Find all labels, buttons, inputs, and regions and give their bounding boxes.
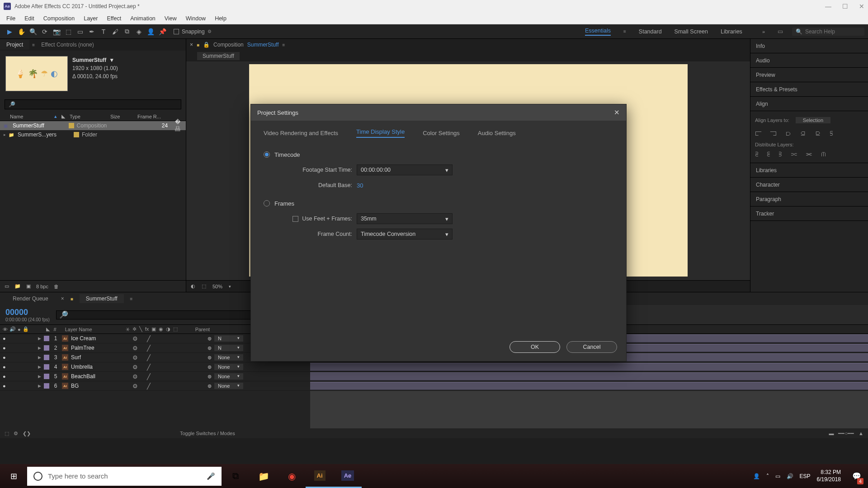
dist-2-icon[interactable]: ⫕ [767,150,770,158]
clone-tool-icon[interactable]: ⧉ [121,26,133,38]
visibility-toggle-icon[interactable]: ● [3,336,8,341]
tab-effect-controls[interactable]: Effect Controls (none) [35,40,100,50]
col-layer-name[interactable]: Layer Name [61,327,124,332]
use-feet-frames-checkbox[interactable] [292,216,298,222]
flowchart-icon[interactable]: �品 [175,119,186,133]
label-color-icon[interactable] [44,345,49,351]
zoom-tool-icon[interactable]: 🔍 [27,26,39,38]
col-type[interactable]: Type [70,114,110,119]
snapping-options-icon[interactable]: ⚙ [208,29,212,34]
switch-icon[interactable]: ⚙ [132,345,138,352]
visibility-toggle-icon[interactable]: ● [3,383,8,389]
pickwhip-icon[interactable]: ⊚ [208,364,212,370]
taskbar-search-input[interactable]: Type here to search 🎤 [27,467,222,486]
label-color-icon[interactable] [74,132,79,137]
camera-tool-icon[interactable]: 📷 [51,26,62,38]
expand-layer-icon[interactable]: ▶ [38,336,41,341]
pickwhip-icon[interactable]: ⊚ [208,355,212,361]
clock[interactable]: 8:32 PM 6/19/2018 [817,469,841,483]
sort-icon[interactable]: ▴ [54,113,57,119]
switch-icon[interactable]: ╱ [147,373,151,380]
frame-count-dropdown[interactable]: Timecode Conversion▾ [357,229,453,239]
menu-window[interactable]: Window [181,14,210,23]
panel-menu-icon[interactable]: ≡ [283,42,285,47]
align-vcenter-icon[interactable]: ⫒ [815,129,821,137]
align-bottom-icon[interactable]: ⫓ [830,129,833,137]
new-folder-icon[interactable]: 📁 [14,283,21,289]
layer-bar[interactable] [310,372,868,380]
align-left-icon[interactable]: ⫍ [755,129,762,137]
panel-libraries[interactable]: Libraries [750,163,868,178]
timeline-layer-row[interactable]: ● ▶ 5 Ai BeachBall ⚙╱ ⊚None▾ [0,372,868,381]
comp-dropdown-icon[interactable]: ▼ [109,56,114,64]
align-hcenter-icon[interactable]: ⫎ [770,129,777,137]
tab-time-display[interactable]: Time Display Style [356,128,405,138]
parent-dropdown[interactable]: None▾ [214,373,243,380]
timeline-layer-row[interactable]: ● ▶ 4 Ai Umbrella ⚙╱ ⊚None▾ [0,362,868,372]
timeline-layer-row[interactable]: ● ▶ 6 Ai BG ⚙╱ ⊚None▾ [0,381,868,391]
interpret-footage-icon[interactable]: ▭ [5,283,9,289]
workspace-small-screen[interactable]: Small Screen [675,28,708,35]
layer-name[interactable]: Ice Cream [71,335,130,342]
menu-view[interactable]: View [160,14,181,23]
label-col-icon[interactable]: ◣ [61,113,65,119]
start-button[interactable]: ⊞ [0,464,27,488]
new-comp-icon[interactable]: ▣ [26,283,31,289]
illustrator-icon[interactable]: Ai [306,464,334,488]
motion-blur-icon[interactable]: ❮❯ [23,431,31,436]
comp-tab-name[interactable]: SummerStuff [247,42,279,48]
layer-name[interactable]: PalmTree [71,345,130,351]
type-tool-icon[interactable]: T [98,26,109,38]
panel-character[interactable]: Character [750,178,868,192]
panel-effects-presets[interactable]: Effects & Presets [750,82,868,97]
switch-icon[interactable]: ⚙ [132,383,138,389]
file-explorer-icon[interactable]: 📁 [250,464,278,488]
eraser-tool-icon[interactable]: ◈ [133,26,145,38]
frames-radio[interactable] [264,200,270,206]
expand-layer-icon[interactable]: ▶ [38,384,41,388]
visibility-toggle-icon[interactable]: ● [3,364,8,370]
brush-tool-icon[interactable]: 🖌 [109,26,121,38]
zoom-slider[interactable]: ━━○━━ [838,431,854,436]
color-depth[interactable]: 8 bpc [36,284,48,289]
dist-6-icon[interactable]: ⫙ [820,150,827,158]
menu-edit[interactable]: Edit [20,14,39,23]
switch-icon[interactable]: ⚙ [132,354,138,361]
zoom-out-icon[interactable]: ▬ [829,431,834,436]
expand-layer-icon[interactable]: ▶ [38,346,41,350]
roto-tool-icon[interactable]: 👤 [145,26,156,38]
panel-menu-icon[interactable]: ≡ [130,296,133,301]
parent-dropdown[interactable]: N▾ [214,345,243,351]
layer-name[interactable]: Umbrella [71,364,130,370]
menu-animation[interactable]: Animation [126,14,160,23]
parent-dropdown[interactable]: None▾ [214,354,243,361]
search-help-input[interactable]: 🔍 Search Help [792,28,864,36]
workspace-reset-icon[interactable]: ▭ [778,28,783,35]
menu-composition[interactable]: Composition [39,14,79,23]
visibility-toggle-icon[interactable]: ● [3,374,8,379]
frame-blend-icon[interactable]: ⚙ [14,431,18,436]
layer-name[interactable]: BeachBall [71,373,130,380]
parent-dropdown[interactable]: N▾ [214,335,243,342]
trash-icon[interactable]: 🗑 [54,284,59,289]
switch-icon[interactable]: ⚙ [132,335,138,342]
switch-icon[interactable]: ⚙ [132,373,138,380]
label-col-icon[interactable]: ◣ [46,326,50,332]
pickwhip-icon[interactable]: ⊚ [208,336,212,342]
dist-1-icon[interactable]: ⫔ [755,150,759,158]
hand-tool-icon[interactable]: ✋ [15,26,27,38]
timecode-radio[interactable] [264,151,270,158]
switch-icon[interactable]: ⚙ [132,364,138,371]
layer-name[interactable]: Surf [71,354,130,361]
mic-icon[interactable]: 🎤 [207,472,215,480]
comp-breadcrumb[interactable]: SummerStuff [197,52,240,60]
label-color-icon[interactable] [44,374,49,379]
project-item[interactable]: ▸ 📁 SummerS...yers Folder [0,130,186,139]
label-color-icon[interactable] [69,123,74,128]
col-parent[interactable]: Parent [195,327,227,332]
dist-3-icon[interactable]: ⫖ [778,150,782,158]
expand-layer-icon[interactable]: ▶ [38,374,41,379]
tab-render-queue[interactable]: Render Queue [6,294,55,303]
task-view-icon[interactable]: ⧉ [222,464,250,488]
lock-icon[interactable]: 🔒 [203,42,210,48]
